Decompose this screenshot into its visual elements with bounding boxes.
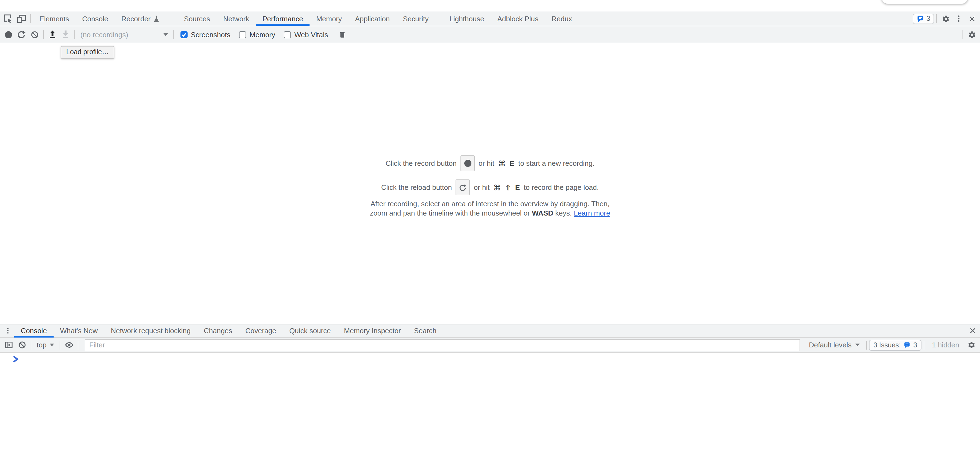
- console-messages-area[interactable]: [0, 353, 980, 459]
- checkbox-unchecked-icon: [239, 31, 247, 38]
- close-icon: [969, 327, 976, 334]
- drawer-tab-coverage[interactable]: Coverage: [239, 324, 283, 337]
- console-filter-input[interactable]: [85, 339, 800, 351]
- capture-settings-button[interactable]: [965, 28, 978, 41]
- eye-icon: [64, 341, 73, 349]
- record-button[interactable]: [2, 28, 15, 41]
- drawer-more-tabs-button[interactable]: [1, 324, 14, 337]
- live-expression-button[interactable]: [62, 338, 75, 352]
- screenshots-checkbox[interactable]: Screenshots: [180, 30, 231, 38]
- gear-icon: [967, 341, 975, 349]
- gc-trash-button[interactable]: [336, 28, 349, 41]
- tab-memory[interactable]: Memory: [310, 11, 348, 26]
- recordings-select[interactable]: (no recordings): [77, 30, 171, 38]
- drawer-tab-changes[interactable]: Changes: [197, 324, 239, 337]
- separator: [43, 30, 44, 39]
- dropdown-arrow-icon: [50, 344, 54, 346]
- drawer-tab-whats-new[interactable]: What's New: [53, 324, 104, 337]
- record-button-illustration: [460, 155, 475, 171]
- separator: [30, 341, 31, 349]
- drawer-tab-console[interactable]: Console: [14, 324, 53, 337]
- experiment-flask-icon: [153, 15, 160, 22]
- cmd-key-glyph: ⌘: [498, 159, 506, 168]
- console-prompt[interactable]: [12, 355, 19, 363]
- clear-console-button[interactable]: [15, 338, 29, 352]
- browser-ui-fragment: [881, 0, 968, 4]
- more-options-button[interactable]: [952, 12, 965, 25]
- upload-icon: [48, 30, 57, 39]
- save-profile-button[interactable]: [59, 28, 72, 41]
- tab-console[interactable]: Console: [75, 11, 115, 26]
- drawer-tab-quick-source[interactable]: Quick source: [283, 324, 337, 337]
- issues-counter-button[interactable]: 3: [913, 13, 934, 24]
- drawer-tab-bar: Console What's New Network request block…: [0, 324, 980, 338]
- usage-hint-text: After recording, select an area of inter…: [0, 200, 980, 218]
- block-icon: [30, 30, 38, 38]
- log-levels-select[interactable]: Default levels: [805, 341, 864, 349]
- console-prompt-chevron-icon: [12, 355, 19, 363]
- tab-performance[interactable]: Performance: [256, 11, 310, 26]
- separator: [963, 30, 963, 39]
- learn-more-link[interactable]: Learn more: [574, 209, 610, 217]
- record-and-reload-button[interactable]: [15, 28, 28, 41]
- cmd-key-glyph: ⌘: [493, 183, 501, 192]
- inspect-cursor-icon: [4, 14, 13, 23]
- hidden-messages-label: 1 hidden: [932, 341, 959, 349]
- clear-button[interactable]: [28, 28, 41, 41]
- reload-icon: [459, 183, 467, 191]
- load-profile-button[interactable]: [46, 28, 59, 41]
- record-icon: [5, 31, 12, 38]
- separator: [924, 341, 924, 349]
- drawer-tab-memory-inspector[interactable]: Memory Inspector: [337, 324, 407, 337]
- device-toolbar-button[interactable]: [15, 12, 28, 25]
- close-drawer-button[interactable]: [966, 324, 979, 337]
- shift-key-glyph: ⇧: [505, 183, 511, 192]
- separator: [75, 30, 75, 39]
- device-toolbar-icon: [17, 14, 26, 23]
- gear-icon: [942, 14, 950, 23]
- issues-counter-button[interactable]: 3 Issues: 3: [869, 339, 921, 351]
- checkbox-checked-icon: [180, 31, 188, 38]
- tab-sources[interactable]: Sources: [177, 11, 216, 26]
- load-profile-tooltip: Load profile…: [61, 46, 114, 59]
- devtools-tab-bar: Elements Console Recorder Sources Networ…: [0, 11, 980, 26]
- issues-bubble-icon: [916, 15, 924, 22]
- tab-recorder[interactable]: Recorder: [115, 11, 167, 26]
- record-instruction-row: Click the record button or hit ⌘ E to st…: [0, 155, 980, 171]
- web-vitals-checkbox[interactable]: Web Vitals: [284, 30, 328, 38]
- reload-button-illustration: [456, 179, 470, 195]
- dropdown-arrow-icon: [164, 33, 168, 36]
- hint-line-2: zoom and pan the timeline with the mouse…: [0, 209, 980, 218]
- top-strip: [0, 0, 980, 11]
- inspect-element-button[interactable]: [2, 12, 15, 25]
- close-devtools-button[interactable]: [965, 12, 978, 25]
- kebab-menu-icon: [955, 14, 963, 23]
- tab-redux[interactable]: Redux: [545, 11, 579, 26]
- settings-button[interactable]: [939, 12, 952, 25]
- tab-adblock-plus[interactable]: Adblock Plus: [491, 11, 545, 26]
- kebab-menu-icon: [4, 327, 11, 335]
- separator: [30, 14, 30, 23]
- memory-checkbox[interactable]: Memory: [239, 30, 275, 38]
- drawer-tab-search[interactable]: Search: [407, 324, 443, 337]
- tab-application[interactable]: Application: [348, 11, 396, 26]
- gear-icon: [968, 30, 976, 38]
- tab-security[interactable]: Security: [396, 11, 435, 26]
- execution-context-select[interactable]: top: [33, 341, 57, 349]
- tab-network[interactable]: Network: [216, 11, 256, 26]
- tab-elements[interactable]: Elements: [33, 11, 75, 26]
- devtools-window: Elements Console Recorder Sources Networ…: [0, 0, 980, 459]
- dropdown-arrow-icon: [855, 344, 860, 346]
- tab-lighthouse[interactable]: Lighthouse: [443, 11, 490, 26]
- close-icon: [968, 15, 975, 22]
- console-settings-button[interactable]: [965, 338, 978, 352]
- record-icon: [464, 160, 471, 167]
- hint-line-1: After recording, select an area of inter…: [0, 200, 980, 209]
- block-icon: [18, 341, 26, 349]
- separator: [60, 341, 60, 349]
- show-console-sidebar-button[interactable]: [2, 338, 15, 352]
- issues-bubble-icon: [904, 342, 910, 348]
- reload-instruction-row: Click the reload button or hit ⌘ ⇧ E to …: [0, 179, 980, 195]
- console-sidebar-icon: [5, 341, 13, 349]
- drawer-tab-network-request-blocking[interactable]: Network request blocking: [104, 324, 197, 337]
